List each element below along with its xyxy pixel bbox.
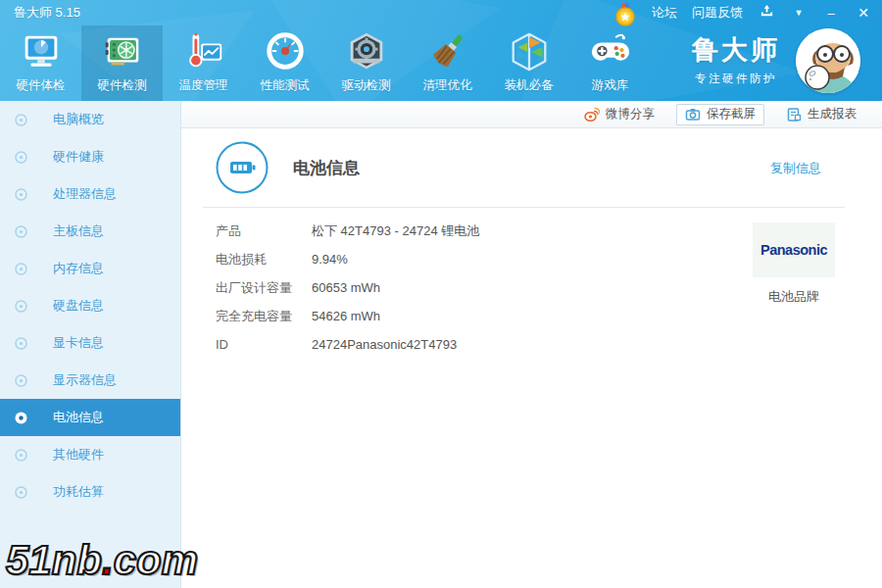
row-value: 24724Panasonic42T4793 <box>312 337 457 352</box>
brand-slogan: 专注硬件防护 <box>692 72 780 86</box>
sidebar-item-monitor[interactable]: 显示器信息 <box>0 362 180 399</box>
table-row: 完全充电容量 54626 mWh <box>216 302 479 330</box>
tab-game-library[interactable]: 游戏库 <box>569 25 651 101</box>
camera-icon <box>685 107 701 122</box>
table-row: ID 24724Panasonic42T4793 <box>216 330 479 359</box>
tab-label: 温度管理 <box>179 77 228 94</box>
watermark-dot: . <box>102 537 114 583</box>
tab-label: 驱动检测 <box>342 77 391 94</box>
battery-brand-logo: Panasonic <box>753 222 835 277</box>
minimize-button[interactable]: – <box>822 6 840 21</box>
radio-bullet-icon <box>15 374 27 387</box>
battery-brand-caption: 电池品牌 <box>753 288 835 306</box>
weibo-share-button[interactable]: 微博分享 <box>576 104 662 125</box>
row-value: 54626 mWh <box>312 309 380 323</box>
radio-bullet-icon <box>15 151 27 164</box>
section-title: 电池信息 <box>293 157 360 179</box>
radio-bullet-icon-active <box>15 412 27 424</box>
tab-performance[interactable]: 性能测试 <box>244 25 325 101</box>
report-icon <box>786 107 802 122</box>
battery-section-icon <box>216 141 269 194</box>
cube-icon <box>507 29 552 74</box>
share-upload-icon[interactable] <box>758 4 775 22</box>
tab-hardware-detect[interactable]: 硬件检测 <box>81 25 163 101</box>
tab-software-bundle[interactable]: 装机必备 <box>488 25 569 101</box>
radio-bullet-icon <box>15 337 27 350</box>
sidebar-item-label: 硬件健康 <box>53 148 104 166</box>
table-row: 产品 松下 42T4793 - 24724 锂电池 <box>216 217 479 245</box>
sidebar: 电脑概览 硬件健康 处理器信息 主板信息 内存信息 <box>0 101 181 588</box>
row-label: 出厂设计容量 <box>216 279 312 297</box>
brush-icon <box>425 29 470 74</box>
gpu-card-icon <box>100 29 145 74</box>
menu-caret-icon[interactable]: ▼ <box>790 8 808 18</box>
sidebar-item-motherboard[interactable]: 主板信息 <box>0 213 180 250</box>
row-label: ID <box>216 337 312 352</box>
radio-bullet-icon <box>15 486 27 499</box>
panasonic-logo-text: Panasonic <box>760 242 827 258</box>
tab-label: 性能测试 <box>261 77 310 94</box>
sidebar-item-label: 主板信息 <box>53 222 104 240</box>
main-tabs: 硬件体检 <box>0 25 651 101</box>
driver-gear-icon <box>344 29 389 74</box>
sidebar-item-label: 电脑概览 <box>53 111 104 128</box>
weibo-share-label: 微博分享 <box>606 106 655 122</box>
row-label: 电池损耗 <box>216 251 312 269</box>
copy-info-link[interactable]: 复制信息 <box>770 160 821 177</box>
generate-report-button[interactable]: 生成报表 <box>778 104 864 125</box>
app-header: 鲁大师 5.15 论坛 问题反馈 <box>0 0 882 101</box>
sidebar-item-label: 处理器信息 <box>53 185 117 203</box>
tab-label: 装机必备 <box>505 77 554 94</box>
sidebar-item-hardware-health[interactable]: 硬件健康 <box>0 138 180 175</box>
brand-block: 鲁大师 专注硬件防护 <box>692 32 780 86</box>
save-screenshot-label: 保存截屏 <box>707 106 756 122</box>
sidebar-item-label: 其他硬件 <box>53 446 104 464</box>
row-value: 松下 42T4793 - 24724 锂电池 <box>312 222 479 240</box>
sidebar-item-other-hardware[interactable]: 其他硬件 <box>0 436 180 473</box>
battery-info-panel: 电池信息 复制信息 产品 松下 42T4793 - 24724 锂电池 电池损耗… <box>181 128 882 588</box>
row-label: 完全充电容量 <box>216 308 312 325</box>
mascot-avatar[interactable] <box>796 28 860 93</box>
sidebar-item-label: 显示器信息 <box>53 371 117 389</box>
window-title: 鲁大师 5.15 <box>10 4 80 22</box>
sidebar-item-processor[interactable]: 处理器信息 <box>0 175 180 213</box>
sidebar-item-harddisk[interactable]: 硬盘信息 <box>0 287 180 324</box>
close-button[interactable]: ✕ <box>855 5 872 21</box>
row-value: 60653 mWh <box>312 280 380 295</box>
forum-link[interactable]: 论坛 <box>652 4 677 22</box>
sidebar-item-computer-overview[interactable]: 电脑概览 <box>0 101 180 138</box>
feedback-link[interactable]: 问题反馈 <box>692 4 743 22</box>
table-row: 电池损耗 9.94% <box>216 245 479 273</box>
sidebar-item-label: 内存信息 <box>53 260 104 277</box>
weibo-icon <box>584 107 600 122</box>
row-value: 9.94% <box>312 252 348 267</box>
radio-bullet-icon <box>15 114 27 126</box>
titlebar: 鲁大师 5.15 论坛 问题反馈 <box>0 0 882 25</box>
sidebar-item-battery[interactable]: 电池信息 <box>0 399 180 436</box>
battery-info-table: 产品 松下 42T4793 - 24724 锂电池 电池损耗 9.94% 出厂设… <box>216 217 479 359</box>
sidebar-item-gpu[interactable]: 显卡信息 <box>0 324 180 362</box>
medal-icon[interactable] <box>613 3 637 26</box>
radio-bullet-icon <box>15 188 27 201</box>
app-window: 鲁大师 5.15 论坛 问题反馈 <box>0 0 882 588</box>
gamepad-icon <box>588 29 633 74</box>
sidebar-item-label: 显卡信息 <box>53 334 104 352</box>
tab-hardware-checkup[interactable]: 硬件体检 <box>0 25 81 101</box>
monitor-radar-icon <box>19 29 64 74</box>
tab-driver[interactable]: 驱动检测 <box>325 25 407 101</box>
radio-bullet-icon <box>15 225 27 238</box>
row-label: 产品 <box>216 222 312 240</box>
sidebar-item-memory[interactable]: 内存信息 <box>0 250 180 287</box>
thermometer-chart-icon <box>181 29 226 74</box>
gauge-icon <box>263 29 308 74</box>
generate-report-label: 生成报表 <box>808 106 857 122</box>
tab-temperature[interactable]: 温度管理 <box>163 25 244 101</box>
tab-cleanup[interactable]: 清理优化 <box>407 25 488 101</box>
tab-label: 硬件检测 <box>98 77 147 94</box>
brand-name: 鲁大师 <box>692 32 780 68</box>
secondary-toolbar: 微博分享 保存截屏 生成报表 <box>181 101 882 128</box>
save-screenshot-button[interactable]: 保存截屏 <box>676 104 764 125</box>
section-divider <box>203 207 845 208</box>
sidebar-item-power-estimate[interactable]: 功耗估算 <box>0 473 180 511</box>
radio-bullet-icon <box>15 300 27 313</box>
